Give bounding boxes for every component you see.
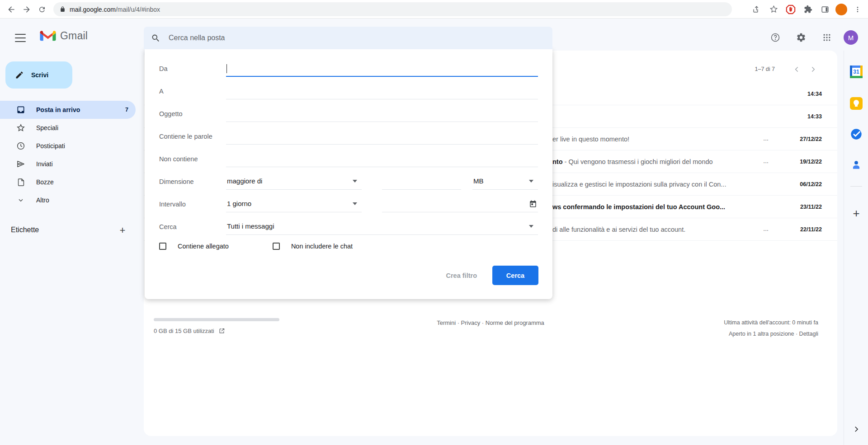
- mail-date: 14:33: [807, 105, 822, 128]
- sidebar-item-posta-in-arrivo[interactable]: Posta in arrivo 7: [0, 101, 136, 119]
- mail-snippet: er live in questo momento!: [552, 128, 629, 150]
- mail-date: 27/12/22: [800, 128, 822, 150]
- mail-date: 22/11/22: [800, 218, 822, 241]
- chevron-down-icon: [353, 180, 357, 183]
- mail-snippet-ellipsis: ...: [763, 150, 769, 171]
- help-icon[interactable]: [766, 28, 784, 47]
- clock-icon: [16, 141, 26, 151]
- account-activity: Ultima attività dell'account: 0 minuti f…: [724, 317, 818, 340]
- mail-snippet: nto - Qui vengono trasmessi i giochi mig…: [552, 150, 713, 173]
- labels-header: Etichette: [11, 226, 39, 234]
- field-input-da[interactable]: [226, 61, 538, 77]
- field-input-non-contiene[interactable]: [226, 151, 538, 167]
- sidebar-item-posticipati[interactable]: Posticipati: [0, 137, 136, 155]
- share-icon[interactable]: [750, 3, 763, 16]
- calendar-icon[interactable]: 31: [847, 63, 865, 81]
- keep-icon[interactable]: [847, 94, 865, 112]
- chevron-down-icon: [353, 202, 357, 205]
- has-attachment-checkbox[interactable]: [159, 243, 166, 250]
- star-icon: [16, 123, 26, 133]
- collapse-panel-icon[interactable]: [847, 420, 865, 438]
- storage-text: 0 GB di 15 GB utilizzati: [154, 328, 214, 334]
- browser-profile-avatar[interactable]: [835, 4, 847, 15]
- tasks-icon[interactable]: [847, 125, 865, 143]
- mail-date: 14:34: [807, 83, 822, 105]
- chevron-down-icon: [16, 195, 26, 205]
- storage-info: 0 GB di 15 GB utilizzati: [154, 328, 225, 334]
- create-filter-button[interactable]: Crea filtro: [443, 267, 481, 284]
- text-cursor: [226, 64, 227, 73]
- has-attachment-label: Contiene allegato: [178, 243, 229, 250]
- main-menu-icon[interactable]: [14, 31, 27, 45]
- field-label: Oggetto: [159, 103, 183, 125]
- search-icon[interactable]: [151, 33, 160, 43]
- exclude-chats-label: Non includere le chat: [291, 243, 353, 250]
- browser-chrome: mail.google.com/mail/u/4/#inbox: [0, 0, 868, 19]
- mail-snippet: di alle funzionalità e ai servizi del tu…: [552, 218, 685, 241]
- field-label: Contiene le parole: [159, 125, 212, 148]
- range-label: Intervallo: [159, 193, 186, 215]
- sidebar-item-bozze[interactable]: Bozze: [0, 173, 136, 191]
- apps-grid-icon[interactable]: [818, 28, 836, 47]
- search-submit-button[interactable]: Cerca: [492, 266, 538, 285]
- pagination: 1–7 di 7: [755, 63, 821, 75]
- calendar-picker-icon[interactable]: [529, 200, 537, 208]
- mail-snippet-ellipsis: ...: [763, 128, 769, 149]
- size-operator-select[interactable]: maggiore di: [226, 173, 362, 190]
- external-link-icon[interactable]: [218, 328, 225, 334]
- mail-date: 06/12/22: [800, 173, 822, 196]
- scope-label: Cerca: [159, 215, 177, 238]
- menu-kebab-icon[interactable]: [851, 3, 864, 16]
- back-icon[interactable]: [5, 4, 17, 15]
- refresh-icon[interactable]: [36, 4, 48, 15]
- url-bar[interactable]: mail.google.com/mail/u/4/#inbox: [53, 2, 732, 16]
- pagination-count: 1–7 di 7: [755, 66, 775, 72]
- browser-panel-icon[interactable]: [818, 3, 832, 16]
- newer-page-icon[interactable]: [788, 63, 805, 75]
- date-input[interactable]: [382, 196, 538, 212]
- extensions-icon[interactable]: [801, 3, 815, 16]
- contacts-icon[interactable]: [847, 156, 865, 174]
- field-input-contiene-le-parole[interactable]: [226, 128, 538, 145]
- mail-snippet-ellipsis: ...: [763, 218, 769, 239]
- pencil-icon: [15, 70, 24, 80]
- add-label-icon[interactable]: +: [116, 224, 129, 237]
- search-bar[interactable]: Cerca nella posta: [144, 27, 552, 49]
- adblock-icon[interactable]: [784, 3, 797, 16]
- mail-snippet: ws confermando le impostazioni del tuo A…: [552, 196, 725, 218]
- url-path: /mail/u/4/#inbox: [116, 6, 160, 13]
- field-input-oggetto[interactable]: [226, 106, 538, 122]
- sidebar-item-altro[interactable]: Altro: [0, 191, 136, 209]
- exclude-chats-checkbox[interactable]: [273, 243, 280, 250]
- sidebar-item-inviati[interactable]: Inviati: [0, 155, 136, 173]
- gmail-logo-text: Gmail: [60, 30, 88, 42]
- side-panel-divider: [850, 186, 862, 187]
- activity-line1: Ultima attività dell'account: 0 minuti f…: [724, 317, 818, 328]
- send-icon: [16, 159, 26, 169]
- gmail-logo: Gmail: [40, 30, 88, 42]
- forward-icon[interactable]: [21, 4, 33, 15]
- search-input[interactable]: Cerca nella posta: [169, 34, 225, 42]
- mail-snippet: isualizza e gestisci le impostazioni sul…: [552, 173, 726, 196]
- inbox-icon: [16, 105, 26, 115]
- compose-button[interactable]: Scrivi: [5, 61, 72, 89]
- date-range-select[interactable]: 1 giorno: [226, 196, 362, 212]
- size-unit-select[interactable]: MB: [472, 173, 538, 190]
- sidebar-item-speciali[interactable]: Speciali: [0, 119, 136, 137]
- scope-row: Cerca Tutti i messaggi: [159, 215, 538, 238]
- size-value-input[interactable]: [382, 173, 461, 190]
- field-label: Da: [159, 57, 168, 80]
- settings-gear-icon[interactable]: [792, 28, 810, 47]
- bookmark-star-icon[interactable]: [767, 3, 780, 16]
- chevron-down-icon: [529, 225, 533, 228]
- field-label: A: [159, 80, 164, 103]
- side-panel: 31 +: [844, 51, 868, 445]
- size-row: Dimensione maggiore di MB: [159, 170, 538, 193]
- older-page-icon[interactable]: [805, 63, 821, 75]
- add-addon-icon[interactable]: +: [847, 204, 865, 222]
- activity-line2[interactable]: Aperto in 1 altra posizione · Dettagli: [724, 328, 818, 340]
- draft-icon: [16, 177, 26, 187]
- search-scope-select[interactable]: Tutti i messaggi: [226, 219, 538, 235]
- field-input-a[interactable]: [226, 83, 538, 99]
- account-avatar[interactable]: M: [844, 30, 858, 45]
